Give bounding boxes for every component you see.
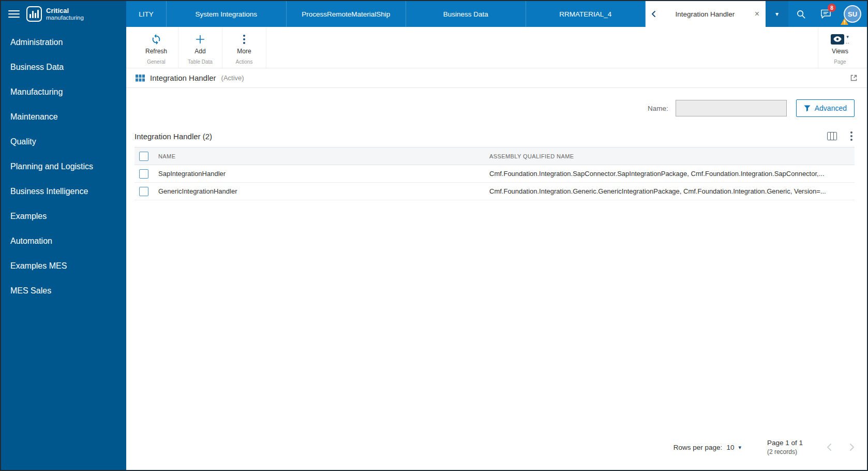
advanced-filter-label: Advanced <box>815 104 847 112</box>
sidebar-item-business-data[interactable]: Business Data <box>1 55 126 80</box>
table-more-icon[interactable] <box>850 131 852 141</box>
select-all-checkbox[interactable] <box>139 152 148 161</box>
main-column: LITY System Integrations ProcessRemoteMa… <box>126 1 867 470</box>
row-checkbox[interactable] <box>139 187 148 196</box>
tab-back-icon[interactable] <box>651 10 656 18</box>
menu-toggle-icon[interactable] <box>8 10 20 18</box>
tab-business-data[interactable]: Business Data <box>406 1 526 27</box>
views-label: Views <box>832 48 848 55</box>
refresh-icon <box>151 34 162 45</box>
search-icon <box>796 9 806 19</box>
row-checkbox[interactable] <box>139 169 148 179</box>
sidebar-item-examples-mes[interactable]: Examples MES <box>1 254 126 278</box>
advanced-filter-button[interactable]: Advanced <box>796 99 855 117</box>
toolbar-group-label-page: Page <box>818 59 862 68</box>
refresh-button[interactable]: Refresh <box>137 29 176 59</box>
tab-rrmaterial-4[interactable]: RRMATERIAL_4 <box>526 1 646 27</box>
tab-label: ProcessRemoteMaterialShip <box>302 10 390 18</box>
tab-label: System Integrations <box>196 10 257 18</box>
status-badge: (Active) <box>221 74 244 82</box>
name-filter-input[interactable] <box>676 100 787 116</box>
refresh-label: Refresh <box>145 48 167 55</box>
table-row[interactable]: GenericIntegrationHandler Cmf.Foundation… <box>134 183 855 200</box>
more-icon <box>243 34 245 45</box>
sidebar-item-manufacturing[interactable]: Manufacturing <box>1 80 126 105</box>
page-info: Page 1 of 1 (2 records) <box>767 439 803 455</box>
next-page-button[interactable] <box>849 443 855 451</box>
rows-per-page-select[interactable]: Rows per page: 10 ▾ <box>674 444 741 451</box>
prev-page-button[interactable] <box>827 443 832 451</box>
entity-grid-icon <box>136 75 145 82</box>
logo-title: Critical <box>46 7 84 14</box>
toolbar-spacer <box>266 27 818 68</box>
table-title: Integration Handler (2) <box>134 132 212 141</box>
records-count-label: (2 records) <box>767 448 803 455</box>
popout-icon[interactable] <box>850 74 858 82</box>
table-row[interactable]: SapIntegrationHandler Cmf.Foundation.Int… <box>134 165 855 183</box>
active-tab-label: Integration Handler <box>656 10 754 18</box>
table-header-bar: Integration Handler (2) <box>134 131 855 141</box>
more-label: More <box>237 48 251 55</box>
columns-icon[interactable] <box>827 132 837 140</box>
sidebar-item-planning-and-logistics[interactable]: Planning and Logistics <box>1 154 126 179</box>
table-tools <box>827 131 855 141</box>
tab-bar: LITY System Integrations ProcessRemoteMa… <box>126 1 867 27</box>
tab-overflow-dropdown-icon[interactable]: ▾ <box>766 1 788 27</box>
table-header-row: NAME ASSEMBLY QUALIFIED NAME <box>134 148 855 165</box>
sidebar-item-examples[interactable]: Examples <box>1 204 126 229</box>
tab-integration-handler-active[interactable]: Integration Handler × <box>646 1 766 27</box>
tab-label: LITY <box>139 10 154 18</box>
cell-name: GenericIntegrationHandler <box>158 183 489 200</box>
views-eye-icon: ▾ .. <box>831 34 850 45</box>
user-menu-button[interactable]: SU <box>838 1 867 27</box>
more-button[interactable]: More <box>225 29 264 59</box>
warning-icon <box>841 18 848 25</box>
rows-per-page-caret-icon: ▾ <box>738 444 741 451</box>
notification-badge: 8 <box>828 4 836 12</box>
sidebar-item-automation[interactable]: Automation <box>1 229 126 254</box>
toolbar-group-page: ▾ .. Views Page <box>818 27 867 68</box>
sidebar-item-quality[interactable]: Quality <box>1 129 126 154</box>
sidebar: Critical manufacturing Administration Bu… <box>1 1 126 470</box>
toolbar-group-label-general: General <box>134 59 178 68</box>
views-button[interactable]: ▾ .. Views <box>820 29 860 59</box>
tab-processremotematerialship[interactable]: ProcessRemoteMaterialShip <box>287 1 407 27</box>
sidebar-item-business-intelligence[interactable]: Business Intelligence <box>1 179 126 204</box>
cell-assembly: Cmf.Foundation.Integration.SapConnector.… <box>489 165 855 183</box>
toolbar-group-table-data: Add Table Data <box>178 27 222 68</box>
add-button[interactable]: Add <box>181 29 220 59</box>
toolbar-group-label-table-data: Table Data <box>178 59 222 68</box>
toolbar-group-label-actions: Actions <box>222 59 266 68</box>
column-header-assembly: ASSEMBLY QUALIFIED NAME <box>489 148 855 165</box>
search-button[interactable] <box>788 1 813 27</box>
pagination: Rows per page: 10 ▾ Page 1 of 1 (2 recor… <box>674 439 855 455</box>
page-count-label: Page 1 of 1 <box>767 439 803 447</box>
sidebar-nav: Administration Business Data Manufacturi… <box>1 30 126 303</box>
filter-funnel-icon <box>804 105 811 112</box>
sidebar-item-mes-sales[interactable]: MES Sales <box>1 278 126 303</box>
logo-subtitle: manufacturing <box>46 14 84 21</box>
filter-row: Name: Advanced <box>134 99 855 117</box>
toolbar-group-general: Refresh General <box>134 27 178 68</box>
messages-button[interactable]: 8 <box>813 1 838 27</box>
tab-lity[interactable]: LITY <box>126 1 167 27</box>
name-filter-label: Name: <box>648 105 668 112</box>
toolbar: Refresh General Add Table Data <box>126 27 867 68</box>
page-header: Integration Handler (Active) <box>126 68 867 88</box>
rows-per-page-label: Rows per page: <box>674 444 723 451</box>
sidebar-item-maintenance[interactable]: Maintenance <box>1 105 126 129</box>
tab-label: RRMATERIAL_4 <box>559 10 611 18</box>
tab-system-integrations[interactable]: System Integrations <box>167 1 287 27</box>
app-window: Critical manufacturing Administration Bu… <box>0 0 868 471</box>
views-dots-icon: .. <box>846 39 850 44</box>
add-label: Add <box>194 48 205 55</box>
tab-close-icon[interactable]: × <box>754 10 760 18</box>
cell-assembly: Cmf.Foundation.Integration.Generic.Gener… <box>489 183 855 200</box>
page-title: Integration Handler <box>150 73 216 82</box>
sidebar-item-administration[interactable]: Administration <box>1 30 126 55</box>
add-icon <box>194 34 206 45</box>
toolbar-group-actions: More Actions <box>222 27 266 68</box>
page-body: Name: Advanced Integration Handler (2) <box>126 88 867 470</box>
integration-handler-table: NAME ASSEMBLY QUALIFIED NAME SapIntegrat… <box>134 147 855 200</box>
logo-icon <box>26 6 42 22</box>
